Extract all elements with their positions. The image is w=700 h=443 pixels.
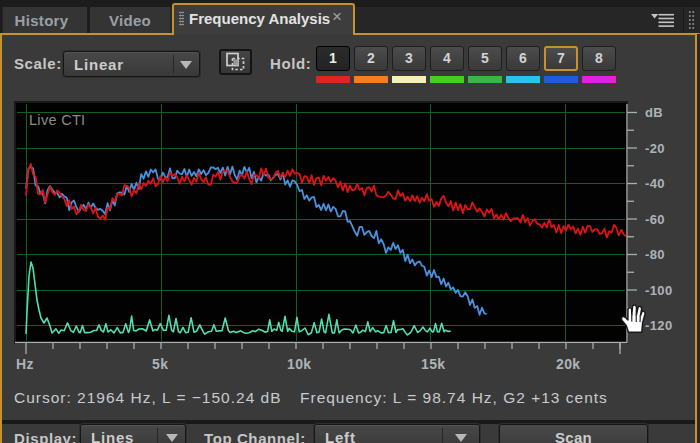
svg-text:dB: dB: [645, 105, 663, 120]
svg-text:-60: -60: [645, 212, 665, 227]
svg-text:Live CTI: Live CTI: [29, 112, 85, 128]
svg-text:-20: -20: [645, 141, 665, 156]
svg-text:Hz: Hz: [16, 356, 34, 372]
svg-text:20k: 20k: [556, 356, 581, 372]
svg-text:10k: 10k: [287, 356, 312, 372]
svg-text:15k: 15k: [421, 356, 446, 372]
svg-text:-80: -80: [645, 247, 665, 262]
svg-text:5k: 5k: [152, 356, 168, 372]
svg-text:-40: -40: [645, 176, 665, 191]
svg-text:-100: -100: [645, 283, 673, 298]
svg-text:-120: -120: [645, 318, 673, 333]
